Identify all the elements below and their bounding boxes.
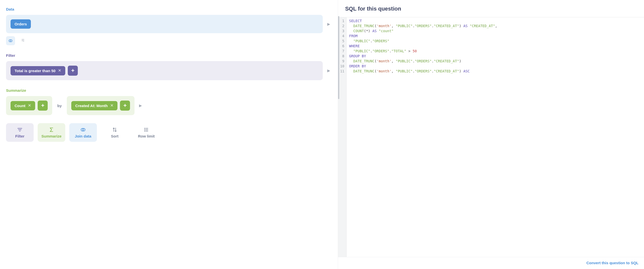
aggregation-label: Count	[15, 104, 25, 108]
sort-action-label: Sort	[111, 134, 118, 138]
add-filter-button[interactable]: +	[68, 66, 78, 76]
convert-to-sql-link[interactable]: Convert this question to SQL	[338, 257, 644, 269]
join-action-button[interactable]: Join data	[69, 123, 97, 142]
aggregation-pill[interactable]: Count ✕	[11, 101, 35, 110]
svg-point-9	[145, 131, 145, 131]
breakout-well: Created At: Month ✕ +	[67, 96, 135, 115]
summarize-section-title: Summarize	[6, 88, 332, 93]
convert-to-sql-label: Convert this question to SQL	[586, 261, 638, 265]
remove-breakout-icon[interactable]: ✕	[110, 104, 113, 108]
breakout-pill[interactable]: Created At: Month ✕	[71, 101, 117, 110]
svg-rect-2	[22, 39, 23, 40]
filter-well: Total is greater than 50 ✕ +	[6, 61, 323, 80]
sql-preview-panel: SQL for this question 1234567891011 SELE…	[338, 0, 644, 269]
filter-section: Filter Total is greater than 50 ✕ + ▶	[6, 53, 332, 80]
summarize-action-label: Summarize	[41, 134, 61, 138]
custom-column-icon-button[interactable]	[19, 36, 28, 45]
rowlimit-action-button[interactable]: Row limit	[133, 123, 160, 142]
scrollbar-thumb[interactable]	[338, 16, 339, 99]
data-source-pill[interactable]: Orders	[11, 19, 31, 29]
filter-action-button[interactable]: Filter	[6, 123, 34, 142]
summarize-action-button[interactable]: Summarize	[38, 123, 65, 142]
sql-code-editor[interactable]: 1234567891011 SELECT DATE_TRUNC('month',…	[338, 17, 644, 257]
summarize-section: Summarize Count ✕ + by Created At: Month…	[6, 88, 332, 115]
filter-pill-label: Total is greater than 50	[15, 69, 55, 73]
svg-rect-4	[22, 40, 23, 41]
svg-rect-3	[23, 39, 24, 40]
svg-point-8	[145, 129, 145, 130]
join-action-label: Join data	[75, 134, 91, 138]
grid-plus-icon	[21, 38, 26, 43]
sql-code-content: SELECT DATE_TRUNC('month', "PUBLIC"."ORD…	[347, 17, 644, 257]
filter-section-title: Filter	[6, 53, 332, 58]
query-actions: Filter Summarize Join data Sort Row limi…	[6, 123, 332, 142]
svg-point-7	[145, 128, 145, 128]
join-icon-button[interactable]	[6, 36, 15, 45]
data-section: Data Orders ▶	[6, 7, 332, 45]
join-icon	[8, 38, 13, 43]
sort-icon	[112, 127, 117, 132]
data-source-label: Orders	[15, 22, 27, 26]
filter-action-label: Filter	[15, 134, 25, 138]
filter-pill[interactable]: Total is greater than 50 ✕	[11, 66, 65, 75]
list-icon	[144, 127, 149, 132]
summarize-by-label: by	[55, 104, 64, 108]
add-aggregation-button[interactable]: +	[38, 101, 48, 111]
data-section-title: Data	[6, 7, 332, 11]
rowlimit-action-label: Row limit	[138, 134, 155, 138]
add-breakout-button[interactable]: +	[120, 101, 130, 111]
sql-panel-title: SQL for this question	[338, 0, 644, 17]
query-builder-panel: Data Orders ▶	[0, 0, 338, 269]
join-action-icon	[80, 127, 86, 132]
sigma-icon	[49, 127, 54, 132]
summarize-expand-caret[interactable]: ▶	[138, 103, 144, 108]
line-number-gutter: 1234567891011	[338, 17, 347, 257]
data-expand-caret[interactable]: ▶	[326, 22, 332, 26]
breakout-label: Created At: Month	[75, 104, 108, 108]
filter-icon	[17, 127, 23, 132]
data-well[interactable]: Orders	[6, 15, 323, 33]
aggregation-well: Count ✕ +	[6, 96, 52, 115]
remove-filter-icon[interactable]: ✕	[58, 69, 61, 73]
sort-action-button[interactable]: Sort	[101, 123, 128, 142]
remove-aggregation-icon[interactable]: ✕	[28, 104, 31, 108]
filter-expand-caret[interactable]: ▶	[326, 68, 332, 73]
